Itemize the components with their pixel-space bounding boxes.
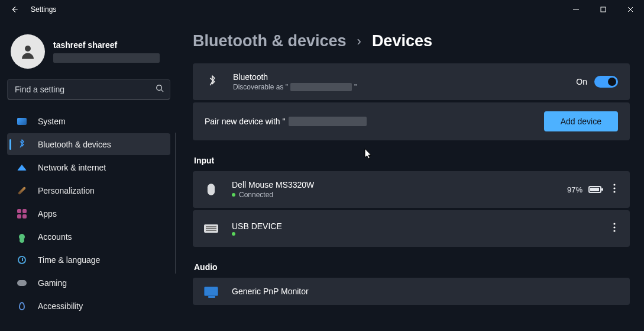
bluetooth-toggle-label: On — [576, 77, 587, 86]
clock-icon — [17, 255, 27, 265]
search-icon — [156, 84, 164, 95]
nav-label: Personalization — [38, 186, 95, 195]
device-status: Connected — [239, 191, 273, 199]
accessibility-icon — [17, 301, 27, 311]
device-name: USB DEVICE — [232, 221, 610, 231]
nav-item-bluetooth-devices[interactable]: Bluetooth & devices — [7, 133, 170, 155]
breadcrumb: Bluetooth & devices › Devices — [193, 32, 630, 50]
monitor-icon — [203, 287, 219, 296]
user-name: tashreef shareef — [53, 40, 160, 51]
svg-point-2 — [157, 85, 162, 91]
chevron-right-icon: › — [357, 34, 361, 49]
pair-device-card: Pair new device with " Add device — [193, 102, 630, 140]
nav-item-gaming[interactable]: Gaming — [7, 272, 170, 294]
device-name: Generic PnP Monitor — [232, 287, 619, 296]
svg-point-8 — [613, 223, 615, 224]
nav-label: System — [38, 117, 66, 126]
nav-item-network[interactable]: Network & internet — [7, 156, 170, 178]
device-more-button[interactable] — [610, 219, 619, 238]
nav-label: Time & language — [38, 255, 100, 265]
nav-label: Bluetooth & devices — [38, 140, 111, 149]
pair-text: Pair new device with " — [205, 117, 285, 126]
device-row-mouse[interactable]: Dell Mouse MS3320W Connected 97% — [193, 171, 630, 208]
arrow-left-icon — [10, 5, 18, 14]
main-content: Bluetooth & devices › Devices Bluetooth … — [177, 19, 644, 331]
device-name: Dell Mouse MS3320W — [232, 180, 567, 189]
search-input[interactable] — [15, 85, 156, 94]
nav-item-accessibility[interactable]: Accessibility — [7, 295, 170, 317]
bluetooth-icon — [205, 75, 220, 88]
section-header-input: Input — [194, 156, 630, 165]
keyboard-icon — [203, 224, 219, 233]
sidebar: tashreef shareef System Bluetooth & devi… — [0, 19, 177, 331]
device-row-usb[interactable]: USB DEVICE — [193, 210, 630, 247]
nav-label: Accounts — [38, 232, 72, 242]
paintbrush-icon — [17, 185, 27, 196]
nav-item-apps[interactable]: Apps — [7, 203, 170, 224]
gamepad-icon — [17, 278, 27, 288]
system-icon — [17, 116, 27, 127]
user-account-row[interactable]: tashreef shareef — [7, 30, 170, 78]
maximize-button[interactable] — [590, 0, 617, 19]
accounts-icon — [17, 232, 27, 242]
minimize-icon — [573, 7, 579, 12]
search-box[interactable] — [7, 79, 170, 99]
bluetooth-card: Bluetooth Discoverable as "" On — [193, 63, 630, 100]
breadcrumb-current: Devices — [372, 32, 432, 50]
close-icon — [627, 7, 633, 12]
redacted-device-name — [289, 117, 367, 126]
status-dot-icon — [232, 232, 235, 236]
battery-icon — [588, 186, 601, 193]
wifi-icon — [17, 162, 27, 173]
device-row-monitor[interactable]: Generic PnP Monitor — [193, 278, 630, 305]
back-button[interactable] — [2, 0, 26, 19]
avatar — [11, 34, 45, 69]
nav-label: Gaming — [38, 278, 67, 288]
svg-rect-0 — [601, 7, 606, 12]
svg-point-6 — [613, 187, 615, 189]
maximize-icon — [600, 7, 606, 12]
status-dot-icon — [232, 193, 235, 197]
nav-item-time-language[interactable]: Time & language — [7, 249, 170, 271]
svg-point-1 — [25, 46, 31, 52]
bluetooth-toggle[interactable] — [594, 76, 618, 88]
bluetooth-title: Bluetooth — [233, 72, 357, 82]
add-device-button[interactable]: Add device — [544, 111, 618, 131]
sidebar-divider — [175, 133, 176, 274]
nav-list: System Bluetooth & devices Network & int… — [7, 110, 170, 318]
more-vertical-icon — [613, 223, 616, 232]
svg-point-7 — [613, 191, 615, 192]
nav-item-system[interactable]: System — [7, 110, 170, 132]
close-button[interactable] — [617, 0, 644, 19]
more-vertical-icon — [613, 184, 616, 193]
svg-point-9 — [613, 226, 615, 228]
window-title: Settings — [31, 5, 56, 14]
nav-label: Apps — [38, 209, 57, 218]
device-more-button[interactable] — [610, 180, 619, 199]
mouse-icon — [203, 183, 219, 196]
svg-rect-4 — [211, 185, 212, 188]
titlebar: Settings — [0, 0, 644, 19]
nav-label: Accessibility — [38, 301, 83, 311]
apps-icon — [17, 208, 27, 219]
nav-label: Network & internet — [38, 163, 106, 172]
svg-point-5 — [613, 184, 615, 185]
breadcrumb-parent[interactable]: Bluetooth & devices — [193, 32, 347, 50]
device-battery-pct: 97% — [567, 185, 582, 194]
minimize-button[interactable] — [562, 0, 590, 19]
nav-item-accounts[interactable]: Accounts — [7, 226, 170, 248]
bluetooth-subtitle: Discoverable as "" — [233, 83, 357, 91]
redacted-device-name — [290, 83, 352, 91]
section-header-audio: Audio — [194, 262, 630, 272]
bluetooth-icon — [17, 139, 27, 150]
user-email-redacted — [53, 53, 160, 63]
person-icon — [19, 43, 37, 60]
nav-item-personalization[interactable]: Personalization — [7, 179, 170, 201]
svg-point-10 — [613, 230, 615, 232]
